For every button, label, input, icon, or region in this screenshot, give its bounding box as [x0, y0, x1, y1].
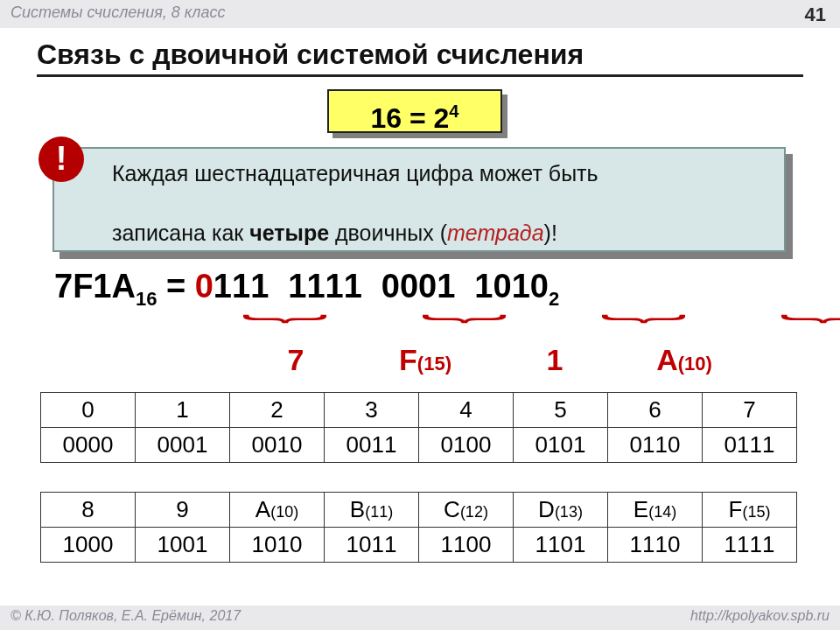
- info-l2e: )!: [544, 220, 557, 245]
- brace-row: } } } }: [231, 303, 840, 335]
- footer-right: http://kpolyakov.spb.ru: [690, 608, 830, 627]
- info-line1: Каждая шестнадцатеричная цифра может быт…: [112, 161, 598, 186]
- brace-icon: }: [241, 300, 344, 339]
- footer-left: © К.Ю. Поляков, Е.А. Ерёмин, 2017: [10, 608, 241, 627]
- info-l2b: четыре: [249, 220, 329, 245]
- eq-sign: =: [157, 268, 194, 304]
- info-l2c: двоичных (: [329, 220, 447, 245]
- brace-icon: }: [599, 300, 703, 339]
- page-title: Связь с двоичной системой счисления: [37, 38, 803, 77]
- eq-lhs-sub: 16: [136, 288, 157, 310]
- header-band: Системы счисления, 8 класс 41: [0, 0, 840, 28]
- page-number: 41: [805, 4, 826, 26]
- table-8-F: 8 9 A(10) B(11) C(12) D(13) E(14) F(15) …: [40, 492, 797, 563]
- label-1: 1: [490, 343, 620, 377]
- formula-box: 16 = 24: [327, 89, 502, 133]
- footer-band: © К.Ю. Поляков, Е.А. Ерёмин, 2017 http:/…: [0, 606, 840, 630]
- table-row: 1000 1001 1010 1011 1100 1101 1110 1111: [41, 528, 797, 563]
- label-7: 7: [231, 343, 360, 377]
- formula-exp: 4: [449, 102, 458, 121]
- info-l2d: тетрада: [447, 220, 544, 245]
- brace-labels: 7 F(15) 1 A(10): [231, 343, 749, 377]
- table-0-7: 0 1 2 3 4 5 6 7 0000 0001 0010 0011 0100…: [40, 392, 797, 463]
- exclamation-icon: !: [38, 136, 84, 182]
- info-box: Каждая шестнадцатеричная цифра может быт…: [52, 147, 786, 252]
- info-l2a: записана как: [112, 220, 249, 245]
- table-row: 0 1 2 3 4 5 6 7: [41, 393, 797, 428]
- brace-icon: }: [420, 300, 523, 339]
- course-label: Системы счисления, 8 класс: [10, 4, 226, 21]
- label-A: A(10): [620, 343, 749, 377]
- brace-icon: }: [779, 300, 840, 339]
- eq-lhs: 7F1A: [54, 268, 136, 304]
- table-row: 0000 0001 0010 0011 0100 0101 0110 0111: [41, 428, 797, 463]
- eq-leading-zero: 0: [195, 268, 214, 304]
- label-F: F(15): [360, 343, 490, 377]
- formula-base: 16 = 2: [371, 102, 450, 134]
- table-row: 8 9 A(10) B(11) C(12) D(13) E(14) F(15): [41, 493, 797, 528]
